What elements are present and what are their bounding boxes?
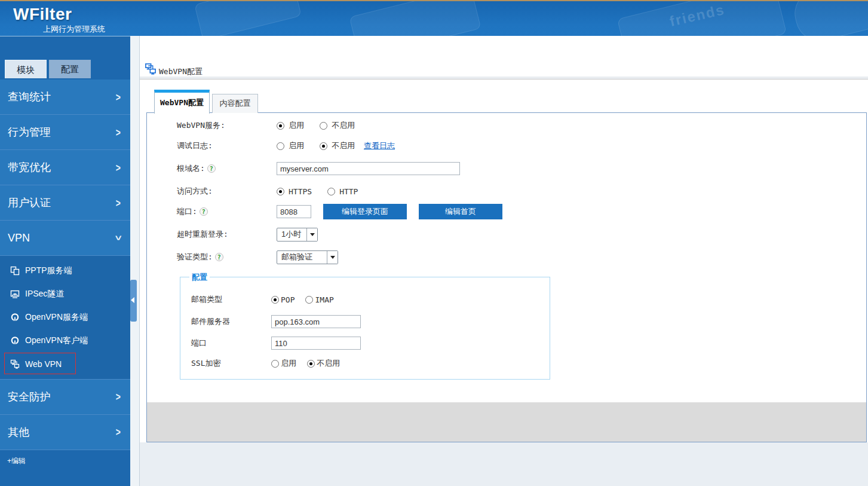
ssl-enable-radio[interactable] — [271, 360, 279, 368]
edit-homepage-button[interactable]: 编辑首页 — [419, 204, 502, 219]
dropdown-arrow-icon — [327, 251, 338, 264]
sidebar-item-other[interactable]: 其他 > — [0, 415, 130, 450]
form-row-auth-type: 验证类型: ? 邮箱验证 — [177, 249, 338, 265]
tab-webvpn-config[interactable]: WebVPN配置 — [154, 90, 210, 114]
mail-server-input[interactable] — [271, 315, 361, 328]
form-row-debug-log: 调试日志: 启用 不启用 查看日志 — [177, 138, 395, 154]
auth-type-selected-value: 邮箱验证 — [277, 252, 317, 262]
imap-radio[interactable] — [305, 296, 313, 304]
https-label: HTTPS — [289, 187, 312, 196]
auth-type-label: 验证类型: — [177, 252, 213, 262]
sidebar-tabs: 模块 配置 — [5, 60, 91, 78]
mail-port-label: 端口 — [191, 338, 271, 349]
mail-config-legend: 配置 — [189, 272, 210, 283]
edit-login-page-button[interactable]: 编辑登录页面 — [323, 204, 407, 219]
submenu-label: OpenVPN服务端 — [25, 312, 88, 323]
help-icon[interactable]: ? — [215, 253, 223, 261]
main-content: WebVPN配置 WebVPN配置 内容配置 WebVPN服务: 启用 不启用 … — [140, 36, 868, 442]
service-disable-label: 不启用 — [332, 120, 355, 131]
window-top-edge — [0, 0, 868, 1]
pop-radio[interactable] — [271, 296, 279, 304]
service-disable-radio[interactable] — [320, 122, 327, 130]
http-label: HTTP — [339, 187, 358, 196]
sidebar-item-pptp-server[interactable]: PPTP服务端 — [0, 259, 130, 282]
form-row-ssl: SSL加密 启用 不启用 — [191, 356, 340, 371]
mail-port-input[interactable] — [271, 337, 361, 350]
debug-enable-radio[interactable] — [277, 142, 284, 150]
sidebar-menu: 查询统计 > 行为管理 > 带宽优化 > 用户认证 > VPN > PPTP服务 — [0, 80, 130, 450]
sidebar-item-bandwidth[interactable]: 带宽优化 > — [0, 150, 130, 185]
menu-label: 查询统计 — [8, 90, 51, 104]
chevron-right-icon: > — [116, 91, 121, 103]
openvpn-server-icon — [10, 313, 20, 322]
help-icon[interactable]: ? — [207, 164, 216, 173]
help-icon[interactable]: ? — [200, 207, 208, 216]
http-radio[interactable] — [327, 188, 335, 195]
openvpn-client-icon — [10, 336, 20, 346]
menu-label: 带宽优化 — [8, 160, 51, 175]
tab-content-config[interactable]: 内容配置 — [212, 94, 258, 113]
form-row-root-domain: 根域名: ? — [177, 161, 460, 176]
service-enable-radio[interactable] — [277, 122, 284, 130]
sidebar-gutter — [130, 36, 140, 486]
menu-label: 用户认证 — [8, 195, 51, 210]
menu-label: 安全防护 — [8, 390, 51, 404]
sidebar-edit-link[interactable]: +编辑 — [7, 456, 26, 466]
service-label: WebVPN服务: — [177, 120, 277, 131]
debug-log-label: 调试日志: — [177, 140, 277, 151]
sidebar-item-behavior-mgmt[interactable]: 行为管理 > — [0, 115, 130, 150]
chevron-right-icon: > — [116, 197, 121, 209]
pop-label: POP — [281, 295, 295, 304]
auth-type-select[interactable]: 邮箱验证 — [277, 250, 338, 264]
https-radio[interactable] — [277, 188, 284, 195]
pptp-server-icon — [10, 266, 20, 276]
wfilter-logo: WFilter — [13, 5, 72, 24]
webvpn-icon — [10, 359, 20, 369]
webvpn-page-icon — [145, 63, 157, 75]
keyboard-key-decoration — [790, 0, 868, 36]
ssl-disable-label: 不启用 — [317, 358, 340, 369]
sidebar-item-web-vpn[interactable]: Web VPN — [0, 352, 130, 375]
submenu-label: PPTP服务端 — [25, 265, 72, 276]
sidebar-item-query-stats[interactable]: 查询统计 > — [0, 80, 130, 115]
keyboard-key-decoration — [194, 0, 302, 36]
mail-server-label: 邮件服务器 — [191, 316, 271, 327]
timeout-select[interactable]: 1小时 — [277, 228, 318, 242]
submenu-label: Web VPN — [25, 359, 62, 369]
mail-type-label: 邮箱类型 — [191, 294, 271, 305]
debug-disable-label: 不启用 — [332, 140, 355, 151]
tab-config[interactable]: 配置 — [49, 60, 91, 78]
sidebar-collapse-handle[interactable] — [130, 280, 137, 322]
chevron-right-icon: > — [116, 391, 121, 404]
submenu-label: OpenVPN客户端 — [25, 335, 88, 346]
panel-footer-bar — [147, 402, 866, 442]
title-divider — [140, 77, 868, 80]
form-row-port: 端口: ? 编辑登录页面 编辑首页 — [177, 204, 502, 219]
sidebar-item-ipsec-tunnel[interactable]: IPSec隧道 — [0, 282, 130, 305]
sidebar-item-openvpn-client[interactable]: OpenVPN客户端 — [0, 329, 130, 352]
debug-enable-label: 启用 — [289, 140, 304, 151]
port-input[interactable] — [277, 205, 311, 218]
debug-disable-radio[interactable] — [320, 142, 327, 150]
app-subtitle: 上网行为管理系统 — [43, 24, 105, 35]
chevron-right-icon: > — [116, 426, 121, 439]
sidebar-item-vpn[interactable]: VPN > — [0, 221, 130, 256]
service-enable-label: 启用 — [289, 120, 304, 131]
sidebar-item-security[interactable]: 安全防护 > — [0, 380, 130, 415]
vpn-submenu: PPTP服务端 IPSec隧道 OpenVPN服务端 — [0, 256, 130, 380]
sidebar-item-openvpn-server[interactable]: OpenVPN服务端 — [0, 305, 130, 329]
wfilter-webvpn-page: { "header": { "logo": "WFilter", "subtit… — [0, 0, 868, 486]
root-domain-input[interactable] — [277, 162, 460, 175]
sidebar-item-user-auth[interactable]: 用户认证 > — [0, 185, 130, 221]
form-row-mail-type: 邮箱类型 POP IMAP — [191, 292, 334, 307]
chevron-right-icon: > — [116, 161, 121, 174]
timeout-selected-value: 1小时 — [277, 229, 305, 240]
ssl-enable-label: 启用 — [281, 358, 296, 369]
view-log-link[interactable]: 查看日志 — [364, 140, 395, 151]
imap-label: IMAP — [315, 295, 333, 304]
ssl-disable-radio[interactable] — [307, 360, 315, 368]
menu-label: 行为管理 — [8, 125, 51, 139]
tab-modules[interactable]: 模块 — [5, 60, 47, 78]
sidebar: 模块 配置 查询统计 > 行为管理 > 带宽优化 > 用户认证 > VPN > — [0, 36, 130, 486]
menu-label: VPN — [8, 232, 30, 244]
